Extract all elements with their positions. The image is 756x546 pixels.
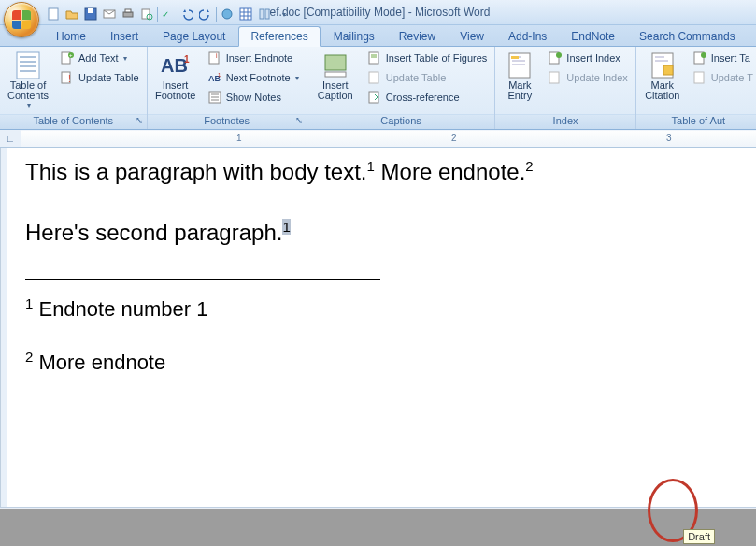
- background-gray: [0, 509, 756, 546]
- svg-text:!: !: [68, 74, 71, 84]
- group-label: Table of Aut: [636, 114, 756, 129]
- print-icon[interactable]: [120, 6, 136, 22]
- tab-view[interactable]: View: [449, 27, 495, 46]
- svg-rect-0: [49, 8, 58, 20]
- tab-review[interactable]: Review: [388, 27, 447, 46]
- group-label: Index: [495, 114, 635, 129]
- office-logo-icon: [12, 10, 31, 29]
- svg-point-35: [556, 52, 562, 58]
- document-area[interactable]: This is a paragraph with body text.1 Mor…: [0, 148, 756, 507]
- svg-rect-4: [123, 12, 133, 17]
- svg-text:1: 1: [218, 72, 221, 78]
- svg-rect-29: [371, 54, 377, 58]
- update-toa-button: Update T: [689, 68, 756, 87]
- spelling-icon[interactable]: ✓: [160, 6, 177, 22]
- chevron-down-icon: ▾: [295, 74, 299, 82]
- dialog-launcher-icon[interactable]: ⤡: [134, 116, 145, 127]
- group-captions: Insert Caption Insert Table of Figures U…: [307, 47, 496, 129]
- document-body[interactable]: This is a paragraph with body text.1 Mor…: [25, 157, 747, 401]
- mark-citation-button[interactable]: Mark Citation: [640, 49, 685, 103]
- horizontal-ruler[interactable]: ∟ 1 2 3: [0, 130, 756, 148]
- group-label: Table of Contents ⤡: [0, 114, 147, 129]
- quick-access-toolbar: ✓ ▾: [45, 6, 292, 22]
- mark-entry-button[interactable]: Mark Entry: [499, 49, 540, 103]
- chevron-down-icon: ▾: [123, 54, 127, 63]
- insert-endnote-button[interactable]: i Insert Endnote: [204, 49, 303, 67]
- mark-entry-icon: [505, 50, 535, 80]
- window-title: ref.doc [Compatibility Mode] - Microsoft…: [266, 6, 491, 19]
- add-text-button[interactable]: + Add Text ▾: [56, 49, 143, 67]
- insert-toa-button[interactable]: Insert Ta: [689, 49, 756, 67]
- svg-rect-5: [125, 9, 131, 12]
- open-icon[interactable]: [64, 6, 80, 22]
- svg-rect-33: [511, 56, 519, 59]
- svg-rect-27: [325, 72, 346, 77]
- tab-search-commands[interactable]: Search Commands: [628, 27, 747, 46]
- paragraph-1[interactable]: This is a paragraph with body text.1 Mor…: [25, 157, 747, 186]
- svg-text:+: +: [69, 52, 73, 58]
- table-of-contents-button[interactable]: Table of Contents ▾: [4, 49, 52, 111]
- vertical-ruler[interactable]: [1, 148, 7, 507]
- toc-icon: [13, 50, 43, 80]
- insert-hyperlink-icon[interactable]: [219, 6, 235, 22]
- caption-icon: [321, 50, 350, 80]
- print-preview-icon[interactable]: [138, 6, 155, 22]
- update-icon: [367, 70, 382, 85]
- cross-reference-button[interactable]: Cross-reference: [364, 88, 492, 107]
- show-notes-button[interactable]: Show Notes: [204, 88, 303, 107]
- show-notes-icon: [207, 90, 222, 105]
- insert-toa-icon: [692, 50, 707, 65]
- svg-rect-30: [369, 72, 378, 83]
- save-icon[interactable]: [82, 6, 99, 22]
- dialog-launcher-icon[interactable]: ⤡: [293, 116, 305, 127]
- insert-footnote-button[interactable]: AB1 Insert Footnote: [151, 49, 200, 103]
- tof-icon: [367, 50, 382, 65]
- mail-icon[interactable]: [101, 6, 118, 22]
- office-button[interactable]: [4, 2, 39, 37]
- endnote-1[interactable]: 1 Endnote number 1: [25, 295, 747, 323]
- add-text-icon: +: [60, 50, 75, 65]
- svg-rect-41: [694, 72, 704, 83]
- insert-index-icon: [548, 50, 563, 65]
- svg-rect-26: [325, 55, 346, 70]
- tab-mailings[interactable]: Mailings: [322, 27, 386, 46]
- tab-endnote[interactable]: EndNote: [560, 27, 626, 46]
- redo-icon[interactable]: [197, 6, 214, 22]
- svg-rect-11: [260, 9, 264, 19]
- mark-citation-icon: [648, 50, 678, 80]
- new-icon[interactable]: [45, 6, 62, 22]
- footnote-icon: AB1: [161, 50, 191, 80]
- svg-rect-2: [88, 8, 93, 13]
- cross-ref-icon: [367, 90, 382, 105]
- superscript-ref: 2: [525, 158, 533, 174]
- insert-caption-button[interactable]: Insert Caption: [311, 49, 360, 103]
- superscript-ref: 1: [367, 158, 375, 174]
- draft-tooltip: Draft: [683, 529, 715, 544]
- table-icon[interactable]: [237, 6, 254, 22]
- columns-icon[interactable]: [256, 6, 273, 22]
- tab-add-ins[interactable]: Add-Ins: [497, 27, 558, 46]
- svg-rect-13: [17, 52, 39, 79]
- svg-point-40: [701, 52, 706, 58]
- next-footnote-icon: AB1: [207, 70, 222, 85]
- chevron-down-icon: ▾: [27, 101, 31, 109]
- tab-selector-icon[interactable]: ∟: [0, 130, 21, 147]
- svg-rect-10: [240, 8, 251, 20]
- svg-rect-38: [663, 65, 673, 75]
- svg-point-9: [222, 9, 232, 19]
- update-table-button[interactable]: ! Update Table: [56, 68, 143, 87]
- insert-table-of-figures-button[interactable]: Insert Table of Figures: [364, 49, 492, 67]
- insert-index-button[interactable]: Insert Index: [544, 49, 631, 67]
- svg-text:✓: ✓: [162, 9, 169, 20]
- word-app-window: ref.doc [Compatibility Mode] - Microsoft…: [0, 0, 756, 546]
- update-index-button: Update Index: [544, 68, 631, 87]
- next-footnote-button[interactable]: AB1 Next Footnote ▾: [204, 68, 303, 87]
- qat-customize-icon[interactable]: ▾: [275, 6, 292, 22]
- paragraph-2[interactable]: Here's second paragraph.1: [25, 218, 747, 247]
- selected-superscript[interactable]: 1: [282, 219, 290, 235]
- endnote-separator: [25, 279, 380, 280]
- endnote-2[interactable]: 2 More endnote: [25, 348, 747, 377]
- group-label: Captions: [307, 114, 495, 129]
- undo-icon[interactable]: [178, 6, 195, 22]
- ribbon: Table of Contents ▾ + Add Text ▾ !: [0, 47, 756, 130]
